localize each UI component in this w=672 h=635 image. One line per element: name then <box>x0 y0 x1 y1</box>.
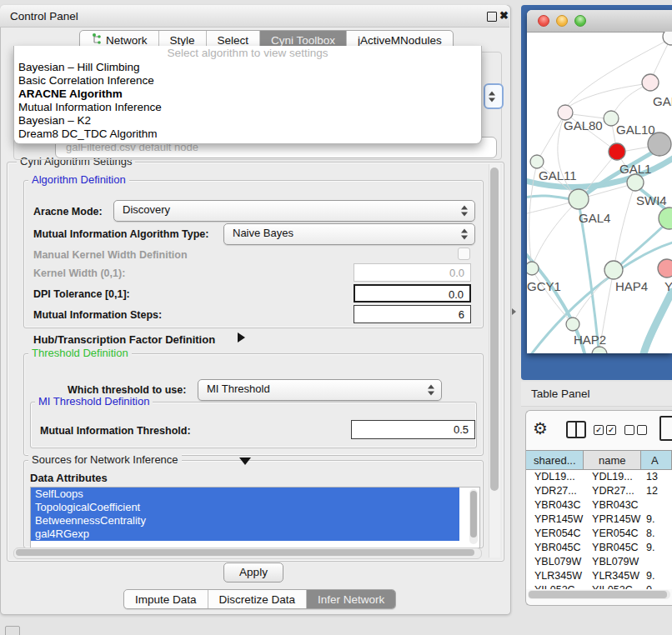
settings-vertical-scrollbar[interactable] <box>489 164 500 558</box>
column-browser-icon[interactable] <box>566 421 586 438</box>
network-node-gcy1[interactable] <box>527 262 539 275</box>
focused-combo-stepper[interactable] <box>484 83 504 109</box>
network-node[interactable] <box>663 32 672 45</box>
mi-steps-field[interactable]: 6 <box>354 305 471 323</box>
table-cell: YER054C <box>526 527 584 541</box>
table-cell: 9. <box>642 512 672 527</box>
apply-button[interactable]: Apply <box>223 562 283 582</box>
network-svg[interactable]: GAL7GAL80GAL10GAL1GAL11SWI4GAL4GCY1HAP4Y… <box>527 32 672 353</box>
split-divider-arrow[interactable] <box>512 308 516 315</box>
select-all-icon[interactable]: ✓ <box>606 425 616 435</box>
deselect-all-icon[interactable] <box>637 425 647 435</box>
which-threshold-combo[interactable]: MI Threshold <box>198 379 442 401</box>
network-edge <box>643 292 672 353</box>
algorithm-definition-title: Algorithm Definition <box>28 174 129 186</box>
network-node[interactable] <box>609 143 625 160</box>
table-row[interactable]: YDR27...YDR27...12 <box>526 484 672 498</box>
column-header-name[interactable]: name <box>584 450 641 470</box>
table-cell: YLR345W <box>526 569 584 583</box>
network-node-hap4[interactable] <box>604 261 623 279</box>
collapse-arrow-icon[interactable] <box>239 458 251 465</box>
column-header-partial[interactable]: A <box>641 450 672 470</box>
table-row[interactable]: YLR345WYLR345W9. <box>526 569 672 583</box>
combo-stepper-icon <box>461 229 468 240</box>
algorithm-dropdown-popup: Select algorithm to view settings Bayesi… <box>13 46 482 144</box>
minimized-panel-icon[interactable] <box>5 626 20 635</box>
zoom-window-icon[interactable] <box>574 15 586 27</box>
tab-impute-data[interactable]: Impute Data <box>124 590 208 608</box>
network-node-y[interactable] <box>658 259 672 278</box>
attribute-list-item[interactable]: BetweennessCentrality <box>31 514 459 528</box>
settings-horizontal-scrollbar[interactable] <box>13 548 482 559</box>
algorithm-option-list: Bayesian – Hill ClimbingBasic Correlatio… <box>14 61 481 141</box>
combo-stepper-icon <box>428 385 434 396</box>
dpi-tolerance-label: DPI Tolerance [0,1]: <box>33 288 130 300</box>
table-row[interactable]: YDL19...YDL19...13 <box>526 470 672 484</box>
algorithm-option[interactable]: ARACNE Algorithm <box>14 88 481 101</box>
close-panel-icon[interactable]: ✖ <box>499 9 509 22</box>
network-node-hap2[interactable] <box>566 318 579 331</box>
table-row[interactable]: YBR045CYBR045C9. <box>526 541 672 555</box>
network-node-swi4[interactable] <box>659 208 672 229</box>
minimize-window-icon[interactable] <box>556 15 568 27</box>
tab-infer-network[interactable]: Infer Network <box>307 590 395 608</box>
list-scrollbar[interactable] <box>469 489 478 544</box>
deselect-all-icon[interactable] <box>624 425 634 435</box>
export-table-icon[interactable] <box>659 416 672 441</box>
network-node-label: SWI4 <box>636 193 667 208</box>
select-all-icon[interactable]: ✓ <box>594 425 604 435</box>
network-edge <box>533 200 579 265</box>
table-cell: 12 <box>642 484 672 498</box>
expand-arrow-icon[interactable] <box>238 332 245 342</box>
network-edge <box>565 83 650 109</box>
app-root: Control Panel ✖ Network Style Select Cyn… <box>0 0 672 635</box>
table-row[interactable]: YIL052CYIL052C0. <box>526 583 672 589</box>
data-attributes-label: Data Attributes <box>30 472 108 484</box>
float-panel-icon[interactable] <box>487 12 497 22</box>
table-row[interactable]: YBR043CYBR043C <box>526 498 672 512</box>
network-node-gal11[interactable] <box>530 155 544 168</box>
algorithm-option[interactable]: Bayesian – Hill Climbing <box>14 61 481 74</box>
which-threshold-label: Which threshold to use: <box>68 384 186 396</box>
gear-icon[interactable]: ⚙ <box>533 418 548 438</box>
table-cell: YBR043C <box>526 498 584 512</box>
table-horizontal-scrollbar[interactable] <box>528 590 670 599</box>
close-window-icon[interactable] <box>538 15 549 27</box>
table-row[interactable]: YBL079WYBL079W <box>526 555 672 569</box>
algorithm-option[interactable]: Basic Correlation Inference <box>14 74 481 88</box>
table-row[interactable]: YER054CYER054C8. <box>526 527 672 541</box>
network-node-gal4[interactable] <box>569 189 589 209</box>
attribute-list-item[interactable]: TopologicalCoefficient <box>31 501 459 514</box>
mi-threshold-title: MI Threshold Definition <box>35 396 153 408</box>
mi-algorithm-type-combo[interactable]: Naive Bayes <box>223 223 475 245</box>
algorithm-option[interactable]: Mutual Information Inference <box>14 101 481 114</box>
table-cell: YDR27... <box>526 484 584 498</box>
network-node-label: GAL4 <box>579 211 610 225</box>
table-cell: YBL079W <box>526 555 584 569</box>
table-body: YDL19...YDL19...13YDR27...YDR27...12YBR0… <box>526 470 672 589</box>
algorithm-option[interactable]: Dream8 DC_TDC Algorithm <box>14 128 481 141</box>
network-node[interactable] <box>592 347 607 353</box>
aracne-mode-combo[interactable]: Discovery <box>113 200 475 222</box>
table-cell <box>642 555 672 569</box>
column-header-shared-name[interactable]: shared... <box>526 450 584 470</box>
network-node-gal7[interactable] <box>642 74 659 91</box>
table-cell: 13 <box>642 470 672 484</box>
dpi-tolerance-field[interactable]: 0.0 <box>354 284 471 302</box>
table-cell: YPR145W <box>526 512 584 527</box>
attribute-list-item[interactable]: SelfLoops <box>31 488 459 501</box>
table-cell: YBR045C <box>526 541 584 555</box>
threshold-definition-title: Threshold Definition <box>28 348 132 359</box>
algorithm-option[interactable]: Bayesian – K2 <box>14 114 481 128</box>
mi-threshold-field[interactable]: 0.5 <box>351 420 475 439</box>
tab-discretize-data[interactable]: Discretize Data <box>208 590 308 608</box>
network-node-gal1[interactable] <box>627 174 644 191</box>
manual-kernel-width-checkbox[interactable] <box>458 248 470 260</box>
table-row[interactable]: YPR145WYPR145W9. <box>526 512 672 527</box>
sources-title: Sources for Network Inference <box>28 454 182 466</box>
table-cell: 0. <box>642 583 672 589</box>
attribute-list-item[interactable]: gal4RGexp <box>31 528 459 541</box>
table-panel-title: Table Panel <box>531 388 590 400</box>
table-cell: YPR145W <box>584 512 642 527</box>
kernel-width-field[interactable]: 0.0 <box>354 263 471 282</box>
